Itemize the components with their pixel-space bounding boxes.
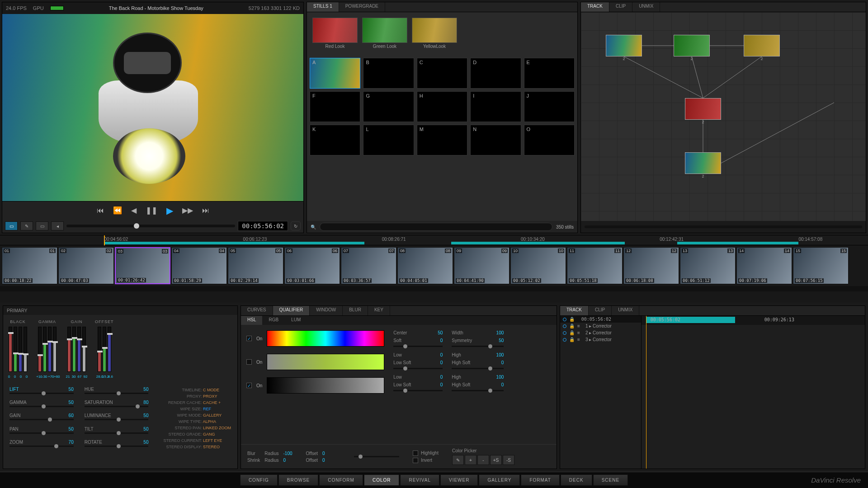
bar-slider[interactable] [24,327,27,372]
clip-thumb-01[interactable]: 010100:00:18:22 [2,247,57,284]
timeline-scrollbar[interactable] [0,286,868,291]
tab-window[interactable]: WINDOW [310,306,343,315]
page-conform[interactable]: CONFORM [319,474,363,486]
grid-cell-G[interactable]: G [363,91,414,122]
subtab-lum[interactable]: LUM [285,316,307,325]
param-slider[interactable] [452,390,504,391]
kf-timeline[interactable]: 00:05:56:02 00:09:26:13 [642,316,865,469]
page-revival[interactable]: REVIVAL [400,474,439,486]
page-scene[interactable]: SCENE [593,474,628,486]
page-browse[interactable]: BROWSE [278,474,318,486]
picker-add[interactable]: + [465,455,476,465]
slider-zoom[interactable]: ZOOM70 [9,440,74,450]
slider-rotate[interactable]: ROTATE50 [85,440,149,450]
clip-thumb-05[interactable]: 050500:02:29:14 [228,247,283,284]
still-yellow[interactable]: YellowLook [412,18,457,50]
node-2[interactable]: 2 [744,35,780,61]
page-color[interactable]: COLOR [364,474,400,486]
tab-powergrade[interactable]: POWERGRADE [339,2,385,12]
step-back-button[interactable]: ◀ [131,206,137,215]
slider-luminance[interactable]: LUMINANCE50 [85,413,149,423]
slider-hue[interactable]: HUE50 [85,387,149,397]
grid-cell-D[interactable]: D [470,58,521,89]
bar-slider[interactable] [98,327,101,372]
node-3[interactable]: 2 [685,98,721,124]
grid-cell-B[interactable]: B [363,58,414,89]
viewer-mode-1[interactable]: ▭ [5,221,18,230]
gradient-bar[interactable] [267,330,384,347]
grid-cell-E[interactable]: E [524,58,575,89]
bar-slider[interactable] [48,327,52,372]
param-slider[interactable] [393,390,443,391]
viewer-timecode[interactable]: 00:05:56:02 [238,221,288,231]
grid-cell-I[interactable]: I [470,91,521,122]
tab-stills[interactable]: STILLS 1 [307,2,339,12]
subtab-hsl[interactable]: HSL [241,316,262,325]
node-canvas[interactable]: 22222 [581,12,866,221]
node-1[interactable]: 2 [674,35,710,61]
clip-thumb-10[interactable]: 101000:05:12:02 [510,247,566,284]
clip-thumb-12[interactable]: 121200:06:18:08 [623,247,679,284]
gradient-bar[interactable] [267,354,384,370]
blur-slider[interactable] [354,456,399,457]
bar-slider[interactable] [77,327,81,372]
param-slider[interactable] [393,346,443,347]
grid-cell-H[interactable]: H [417,91,467,122]
pause-button[interactable]: ❚❚ [146,206,157,215]
on-checkbox[interactable] [246,336,252,341]
clip-thumb-04[interactable]: 040400:01:58:29 [171,247,227,284]
clip-thumb-08[interactable]: 080800:04:05:01 [397,247,453,284]
tab-node-clip[interactable]: CLIP [609,2,632,12]
thumb-strip[interactable]: 010100:00:18:22020200:00:47:03030300:01:… [0,245,868,286]
clip-thumb-06[interactable]: 060600:03:01:66 [284,247,340,284]
slider-gain[interactable]: GAIN60 [9,413,74,423]
step-fwd-button[interactable]: ▶▶ [182,206,193,215]
kf-track[interactable]: 🔒≡3 ▸ Corrector [560,336,641,343]
kf-track[interactable]: 🔒≡2 ▸ Corrector [560,329,641,336]
slider-gamma[interactable]: GAMMA50 [9,400,74,410]
param-slider[interactable] [452,346,504,347]
loop-button[interactable]: ↻ [291,221,301,230]
grid-cell-M[interactable]: M [417,125,467,155]
bar-slider[interactable] [108,327,111,372]
clip-thumb-09[interactable]: 090900:04:41:90 [454,247,509,284]
param-slider[interactable] [452,368,504,369]
on-checkbox[interactable] [246,359,252,365]
viewer-mode-4[interactable]: ◂ [51,221,64,230]
invert-checkbox[interactable] [413,458,418,463]
tab-node-track[interactable]: TRACK [581,2,609,12]
clip-thumb-13[interactable]: 131300:06:51:12 [680,247,736,284]
page-format[interactable]: FORMAT [521,474,559,486]
page-viewer[interactable]: VIEWER [440,474,478,486]
tab-blur[interactable]: BLUR [343,306,368,315]
play-button[interactable]: ▶ [166,205,173,216]
kf-tab-clip[interactable]: CLIP [589,306,612,315]
still-green[interactable]: Green Look [362,18,407,50]
tab-key[interactable]: KEY [368,306,390,315]
picker-sub[interactable]: - [477,455,489,465]
page-deck[interactable]: DECK [561,474,592,486]
bar-slider[interactable] [14,327,17,372]
clip-thumb-07[interactable]: 070700:03:36:57 [341,247,396,284]
page-gallery[interactable]: GALLERY [479,474,520,486]
picker-add-soft[interactable]: +S [490,455,502,465]
slider-saturation[interactable]: SATURATION80 [85,400,149,410]
node-4[interactable]: 2 [685,152,721,178]
bar-slider[interactable] [19,327,22,372]
page-config[interactable]: CONFIG [240,474,278,486]
clip-thumb-15[interactable]: 151500:07:56:15 [793,247,849,284]
go-start-button[interactable]: ⏮ [97,206,104,215]
grid-cell-O[interactable]: O [524,125,575,155]
highlight-checkbox[interactable] [413,450,418,456]
grid-cell-L[interactable]: L [363,125,414,155]
grid-cell-K[interactable]: K [310,125,360,155]
gradient-bar[interactable] [267,377,384,394]
grid-cell-J[interactable]: J [524,91,575,122]
bar-slider[interactable] [43,327,47,372]
bar-slider[interactable] [67,327,71,372]
tab-curves[interactable]: CURVES [241,306,273,315]
kf-tab-unmix[interactable]: UNMIX [612,306,639,315]
grid-cell-A[interactable]: A [310,58,360,89]
bar-slider[interactable] [9,327,12,372]
slider-pan[interactable]: PAN50 [9,427,74,437]
